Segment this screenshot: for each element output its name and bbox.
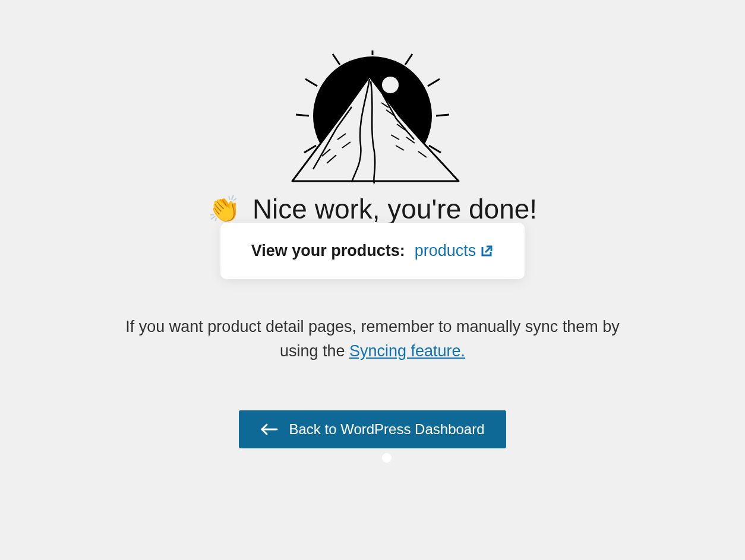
svg-line-4 bbox=[436, 115, 449, 116]
products-link[interactable]: products bbox=[415, 242, 494, 260]
svg-line-8 bbox=[296, 115, 309, 116]
clap-emoji-icon: 👏 bbox=[208, 194, 241, 224]
view-products-card: View your products: products bbox=[220, 223, 525, 279]
svg-line-3 bbox=[428, 79, 440, 86]
back-to-dashboard-button[interactable]: Back to WordPress Dashboard bbox=[239, 410, 506, 448]
logo-illustration bbox=[274, 50, 471, 187]
heading-text: Nice work, you're done! bbox=[252, 193, 537, 225]
cursor-indicator bbox=[382, 453, 392, 463]
external-link-icon bbox=[479, 244, 494, 258]
svg-line-6 bbox=[333, 54, 340, 65]
syncing-feature-link[interactable]: Syncing feature. bbox=[349, 342, 465, 360]
sync-help-text: If you want product detail pages, rememb… bbox=[105, 315, 640, 363]
success-heading: 👏 Nice work, you're done! bbox=[208, 193, 537, 225]
view-products-label: View your products: bbox=[251, 242, 405, 260]
svg-line-7 bbox=[305, 79, 317, 86]
back-button-label: Back to WordPress Dashboard bbox=[289, 421, 484, 438]
products-link-text: products bbox=[415, 242, 476, 260]
svg-line-2 bbox=[405, 54, 412, 65]
arrow-left-icon bbox=[260, 423, 278, 435]
svg-point-10 bbox=[382, 77, 399, 93]
